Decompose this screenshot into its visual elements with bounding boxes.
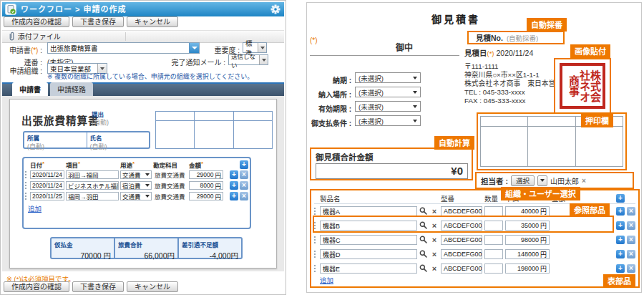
product-name-input[interactable]: 機器B [320,221,417,231]
add-row-button[interactable]: + [616,221,625,230]
model-input[interactable]: ABCDEFG003 [441,235,482,245]
remove-staff-icon[interactable]: × [582,177,586,185]
date-input[interactable]: 2020/11/24 [30,170,64,179]
price-input[interactable]: 98000円 [505,235,550,245]
add-row-button[interactable]: + [240,160,248,169]
search-icon[interactable] [419,219,428,232]
add-row-button[interactable]: + [230,181,238,190]
qty-input[interactable] [484,235,503,245]
quote-date-value[interactable]: 2020/11/24 [496,49,533,57]
cancel-button[interactable]: キャンセル [127,281,178,292]
staff-dropdown-button[interactable] [537,175,547,186]
add-row-button[interactable]: + [616,250,625,258]
confirm-button[interactable]: 作成内容の確認 [4,16,69,27]
delete-row-button[interactable]: × [627,250,635,258]
drag-handle[interactable] [25,182,27,189]
model-input[interactable]: ABCDEFG002 [441,221,482,231]
price-input[interactable]: 35000円 [505,221,550,231]
usage-select[interactable]: 交通費 [120,192,152,200]
add-row-button[interactable]: + [230,192,238,200]
clear-icon[interactable]: × [430,221,439,230]
account-text: 旅費交通費 [153,192,187,200]
clear-icon[interactable]: × [430,207,439,216]
date-input[interactable]: 2020/11/25 [30,192,64,200]
product-name-input[interactable]: 機器E [320,263,417,274]
drag-handle[interactable] [314,208,316,215]
delete-row-button[interactable]: × [627,236,635,244]
save-draft-button[interactable]: 下書き保存 [72,16,124,27]
usage-select[interactable]: 宿泊費 [120,181,152,190]
model-input[interactable]: ABCDEFG004 [441,249,482,259]
stamp-cell [195,112,233,120]
chevron-down-icon [413,77,417,79]
qty-input[interactable] [484,221,503,231]
tab-application-form[interactable]: 申請書 [12,82,48,96]
add-row-link[interactable]: 追加 [320,275,333,285]
company-seal-box[interactable]: 株式会社ネオ商事 [554,58,611,114]
tab-application-route[interactable]: 申請経路 [50,82,93,96]
clear-icon[interactable]: × [430,264,439,273]
delete-row-button[interactable]: × [627,207,635,216]
add-row-button[interactable]: + [616,207,625,216]
amount-input[interactable]: 29000円 [189,192,223,200]
usage-select[interactable]: 交通費 [120,170,152,179]
search-icon[interactable] [419,205,428,218]
delete-row-button[interactable]: × [627,221,635,230]
search-icon[interactable] [419,248,428,261]
save-draft-button[interactable]: 下書き保存 [72,281,124,292]
amount-value: 29000 [197,171,214,178]
add-row-link[interactable]: 追加 [28,203,42,213]
item-input[interactable]: 福岡→羽田 [66,192,119,200]
clear-icon[interactable]: × [430,236,439,244]
qty-input[interactable] [484,206,503,216]
drag-handle[interactable] [25,171,27,178]
stamp-grid-body-row [156,121,272,148]
payment-terms-select[interactable]: (未選択) [355,115,421,126]
expiration-select[interactable]: (未選択) [355,101,421,112]
model-input[interactable]: ABCDEFG005 [441,263,482,274]
staff-select-button[interactable]: 選択 [511,175,535,186]
add-row-button[interactable]: + [230,170,238,179]
item-input[interactable]: ビジネスホテル福岡 [66,181,119,190]
add-row-button[interactable]: + [616,194,625,203]
search-icon[interactable] [419,233,428,246]
product-row: 機器D × ABCDEFG004 148000円 + × [314,247,635,261]
model-input[interactable]: ABCDEFG001 [441,206,482,216]
amount-input[interactable]: 8000円 [189,181,223,190]
amount-value: 8000 [200,182,214,189]
qty-input[interactable] [484,263,503,274]
product-name-input[interactable]: 機器D [320,249,417,259]
delivery-place-select[interactable]: (未選択) [355,87,421,97]
amount-input[interactable]: 29000円 [189,170,223,179]
drag-handle[interactable] [314,222,316,229]
delivery-date-select[interactable]: (未選択) [355,72,421,83]
application-form-select[interactable]: 出張旅費精算書 [47,42,200,54]
drag-handle[interactable] [314,265,316,272]
chevron-down-icon[interactable] [259,55,268,64]
item-input[interactable]: 羽田→福岡 [66,170,119,179]
expense-row: 2020/11/24 ビジネスホテル福岡 宿泊費 旅費交通費 8000円 + × [25,180,248,190]
notify-mail-select[interactable]: 送信しない [228,54,268,65]
confirm-button[interactable]: 作成内容の確認 [4,281,69,292]
qty-input[interactable] [484,249,503,259]
clear-icon[interactable]: × [430,250,439,258]
attachment-bar[interactable]: 添付ファイル [2,30,284,43]
add-row-button[interactable]: + [616,264,625,273]
delete-row-button[interactable]: × [627,264,635,273]
drag-handle[interactable] [314,251,316,258]
price-input[interactable]: 148000円 [505,249,550,259]
delete-row-button[interactable]: × [240,192,248,200]
delete-row-button[interactable]: × [240,181,248,190]
search-icon[interactable] [419,262,428,275]
drag-handle[interactable] [25,193,27,200]
price-input[interactable]: 198000円 [505,263,550,274]
product-name-input[interactable]: 機器A [320,206,417,216]
date-input[interactable]: 2020/11/24 [30,181,64,190]
drag-handle[interactable] [314,236,316,243]
product-name-input[interactable]: 機器C [320,235,417,245]
add-row-button[interactable]: + [616,236,625,244]
delete-row-button[interactable]: × [240,170,248,179]
cancel-button[interactable]: キャンセル [127,16,178,27]
gear-icon[interactable] [270,4,280,14]
price-input[interactable]: 40000円 [505,206,550,216]
